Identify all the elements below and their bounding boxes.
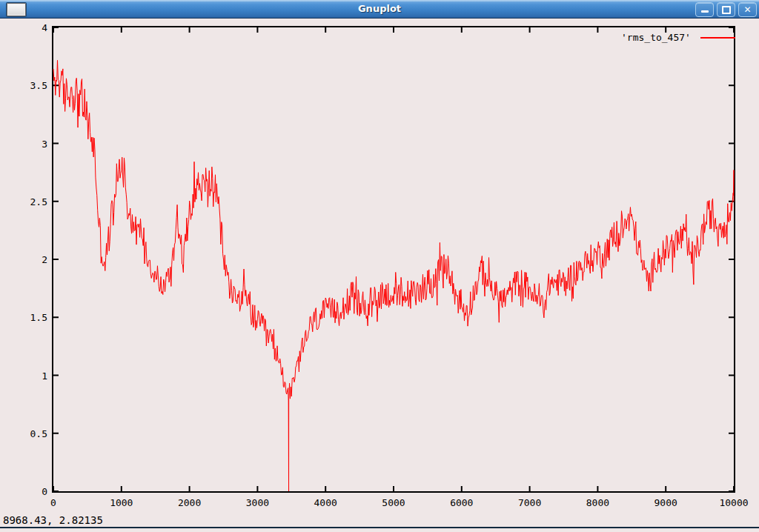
x-tick-label: 8000	[586, 497, 609, 508]
y-tick-label: 3	[42, 139, 47, 150]
y-tick-label: 2.5	[30, 196, 47, 207]
x-tick-label: 0	[50, 497, 56, 508]
y-tick-label: 0.5	[30, 428, 47, 439]
x-tick-label: 2000	[178, 497, 201, 508]
legend-line-sample	[700, 37, 735, 39]
y-tick-label: 1	[42, 370, 47, 382]
statusbar-coordinates: 8968.43, 2.82135	[3, 514, 103, 526]
y-tick-label: 4	[42, 22, 47, 33]
x-tick-label: 10000	[719, 497, 748, 508]
y-tick-label: 1.5	[30, 312, 47, 323]
x-tick-label: 9000	[654, 497, 677, 508]
x-tick-label: 1000	[110, 497, 133, 508]
x-tick-label: 4000	[314, 497, 337, 508]
x-tick-label: 5000	[382, 497, 405, 508]
x-tick-label: 7000	[518, 497, 541, 508]
series-rms_to_457	[53, 60, 734, 491]
gnuplot-window: Gnuplot ✕ 010002000300040005000600070008…	[0, 0, 759, 532]
plot-canvas: 0100020003000400050006000700080009000100…	[0, 0, 759, 532]
legend: 'rms_to_457'	[621, 32, 735, 43]
legend-label: 'rms_to_457'	[621, 32, 691, 43]
x-tick-label: 6000	[450, 497, 473, 508]
y-tick-label: 2	[42, 254, 47, 265]
plot-border	[53, 27, 735, 492]
x-tick-label: 3000	[246, 497, 269, 508]
y-tick-label: 3.5	[30, 80, 47, 91]
y-tick-label: 0	[42, 486, 47, 497]
statusbar-separator	[0, 527, 759, 528]
